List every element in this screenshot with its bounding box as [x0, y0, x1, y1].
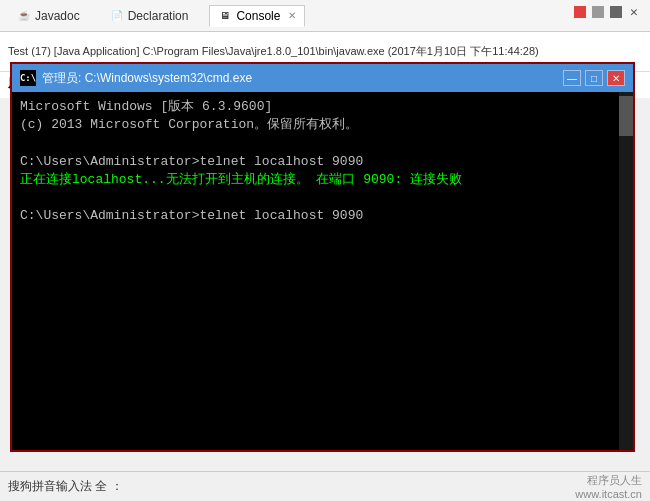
cmd-line-4: C:\Users\Administrator>telnet localhost …: [20, 153, 625, 171]
cmd-close-btn[interactable]: ✕: [607, 70, 625, 86]
tab-javadoc[interactable]: ☕ Javadoc: [8, 5, 89, 27]
tab-declaration[interactable]: 📄 Declaration: [101, 5, 198, 27]
maximize-button[interactable]: [608, 4, 624, 20]
tab-console[interactable]: 🖥 Console ✕: [209, 5, 305, 27]
close-button[interactable]: ✕: [626, 4, 642, 20]
toolbar-right: ✕: [572, 4, 642, 20]
cmd-line-1: Microsoft Windows [版本 6.3.9600]: [20, 98, 625, 116]
cmd-line-7: C:\Users\Administrator>telnet localhost …: [20, 207, 625, 225]
tab-declaration-label: Declaration: [128, 9, 189, 23]
tab-console-label: Console: [236, 9, 280, 23]
eclipse-tabbar: ☕ Javadoc 📄 Declaration 🖥 Console ✕ ✕: [0, 0, 650, 32]
stop-button[interactable]: [572, 4, 588, 20]
cmd-line-3: [20, 134, 625, 152]
cmd-icon: C:\: [20, 70, 36, 86]
cmd-title: 管理员: C:\Windows\system32\cmd.exe: [42, 70, 252, 87]
cmd-line-5: 正在连接localhost...无法打开到主机的连接。 在端口 9090: 连接…: [20, 171, 625, 189]
cmd-line-2: (c) 2013 Microsoft Corporation。保留所有权利。: [20, 116, 625, 134]
declaration-icon: 📄: [110, 9, 124, 23]
cmd-maximize-btn[interactable]: □: [585, 70, 603, 86]
console-icon: 🖥: [218, 9, 232, 23]
tab-javadoc-label: Javadoc: [35, 9, 80, 23]
cmd-minimize-btn[interactable]: —: [563, 70, 581, 86]
cmd-titlebar-left: C:\ 管理员: C:\Windows\system32\cmd.exe: [20, 70, 252, 87]
javadoc-icon: ☕: [17, 9, 31, 23]
cmd-content: Microsoft Windows [版本 6.3.9600] (c) 2013…: [12, 92, 633, 450]
watermark-line1: 程序员人生: [575, 473, 642, 488]
bottom-bar: 搜狗拼音输入法 全 ： 程序员人生 www.itcast.cn: [0, 471, 650, 501]
minimize-button[interactable]: [590, 4, 606, 20]
cmd-scrollbar[interactable]: [619, 92, 633, 450]
input-method-label: 搜狗拼音输入法 全 ：: [8, 478, 123, 495]
cmd-titlebar: C:\ 管理员: C:\Windows\system32\cmd.exe — □…: [12, 64, 633, 92]
tab-console-close[interactable]: ✕: [288, 10, 296, 21]
cmd-line-6: [20, 189, 625, 207]
cmd-window: C:\ 管理员: C:\Windows\system32\cmd.exe — □…: [10, 62, 635, 452]
cmd-scrollbar-thumb[interactable]: [619, 96, 633, 136]
cmd-controls: — □ ✕: [563, 70, 625, 86]
watermark-line2: www.itcast.cn: [575, 488, 642, 500]
watermark: 程序员人生 www.itcast.cn: [575, 473, 642, 500]
console-path-text: Test (17) [Java Application] C:\Program …: [8, 44, 539, 59]
